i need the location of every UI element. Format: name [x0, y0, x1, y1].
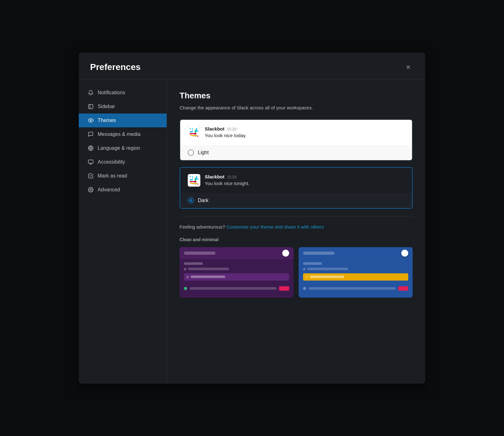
- bell-icon: [88, 90, 94, 96]
- light-bot-time: 15:20: [227, 127, 237, 131]
- light-theme-message: Slackbot 15:20 You look nice today.: [188, 126, 404, 139]
- sidebar-item-language-region-label: Language & region: [98, 145, 140, 151]
- light-bot-message: You look nice today.: [205, 133, 247, 138]
- svg-point-8: [90, 189, 92, 190]
- preset-blue-row1: [303, 262, 408, 265]
- modal-title: Preferences: [90, 62, 140, 72]
- preset-purple-row1: [184, 262, 289, 265]
- modal-header: Preferences ×: [79, 53, 425, 79]
- sidebar-item-messages-media[interactable]: Messages & media: [79, 127, 167, 141]
- dark-theme-radio[interactable]: [188, 197, 194, 204]
- slackbot-avatar-light: [188, 126, 200, 139]
- theme-presets-grid: # #: [180, 247, 413, 298]
- accessibility-icon: [88, 159, 94, 165]
- preset-purple-header-bar: [184, 252, 215, 255]
- svg-point-13: [190, 134, 191, 136]
- preset-blue-footer: [299, 284, 413, 293]
- light-msg-header: Slackbot 15:20: [205, 126, 247, 131]
- light-theme-preview: Slackbot 15:20 You look nice today.: [180, 120, 412, 145]
- svg-point-12: [197, 136, 198, 137]
- sidebar-item-sidebar-label: Sidebar: [98, 104, 115, 109]
- preset-purple-row2: #: [184, 267, 289, 271]
- svg-point-18: [190, 182, 191, 183]
- sidebar-item-accessibility-label: Accessibility: [98, 159, 125, 165]
- dark-msg-header: Slackbot 15:20: [205, 174, 249, 179]
- sidebar-item-mark-as-read[interactable]: Mark as read: [79, 169, 167, 183]
- light-bot-name: Slackbot: [205, 126, 225, 131]
- adventurous-prefix: Feeling adventurous?: [180, 224, 225, 230]
- preset-blue-footer-bar: [309, 287, 396, 290]
- sidebar-item-advanced[interactable]: Advanced: [79, 183, 167, 197]
- svg-rect-9: [188, 126, 200, 139]
- dark-theme-radio-row[interactable]: Dark: [180, 193, 412, 208]
- sidebar-item-notifications-label: Notifications: [98, 90, 125, 96]
- messages-icon: [88, 131, 94, 137]
- dark-bot-name: Slackbot: [205, 174, 225, 179]
- preset-purple-footer: [180, 284, 294, 293]
- preferences-modal: Preferences × Notifications: [79, 53, 425, 384]
- modal-body: Notifications Sidebar: [79, 79, 425, 384]
- light-theme-radio-row[interactable]: Light: [180, 145, 412, 160]
- mark-read-icon: [88, 173, 94, 179]
- light-theme-label: Light: [198, 150, 209, 155]
- preset-purple-footer-bar: [190, 287, 277, 290]
- preset-blue-dot-gray: [303, 287, 306, 290]
- preset-blue-active-row: #: [303, 273, 408, 281]
- sidebar-item-sidebar[interactable]: Sidebar: [79, 100, 167, 113]
- dark-theme-label: Dark: [198, 198, 209, 203]
- customise-theme-link[interactable]: Customise your theme and share it with o…: [226, 224, 324, 230]
- close-button[interactable]: ×: [403, 61, 414, 73]
- sidebar-item-mark-as-read-label: Mark as read: [98, 173, 127, 179]
- svg-point-17: [197, 183, 198, 185]
- preset-purple-radio: [282, 250, 289, 257]
- dark-theme-preview: Slackbot 15:20 You look nice tonight.: [180, 168, 412, 193]
- sidebar-item-messages-media-label: Messages & media: [98, 131, 140, 137]
- gear-icon: [88, 187, 94, 193]
- section-desc: Change the appearance of Slack across al…: [180, 105, 413, 110]
- preset-blue[interactable]: # #: [299, 247, 413, 298]
- preset-purple-btn-red: [279, 286, 289, 291]
- section-title: Themes: [180, 91, 413, 101]
- svg-rect-14: [188, 174, 200, 187]
- presets-label: Clean and minimal: [180, 237, 413, 242]
- svg-point-10: [190, 128, 191, 129]
- svg-rect-0: [89, 104, 93, 109]
- svg-point-2: [90, 119, 92, 121]
- globe-icon: [88, 145, 94, 151]
- divider: [180, 216, 413, 217]
- sidebar-item-advanced-label: Advanced: [98, 187, 120, 193]
- dark-theme-message: Slackbot 15:20 You look nice tonight.: [188, 174, 404, 187]
- sidebar-icon: [88, 103, 94, 110]
- preset-purple-dot-green: [184, 287, 187, 290]
- preset-blue-radio: [401, 250, 408, 257]
- light-msg-content: Slackbot 15:20 You look nice today.: [205, 126, 247, 138]
- preset-blue-row2: #: [303, 267, 408, 271]
- preset-purple-active-row: #: [184, 273, 289, 281]
- svg-point-15: [190, 176, 191, 177]
- sidebar-item-notifications[interactable]: Notifications: [79, 86, 167, 100]
- preset-blue-header-bar: [303, 252, 335, 255]
- slackbot-avatar-dark: [188, 174, 200, 187]
- preset-purple-body: # #: [180, 259, 294, 284]
- svg-rect-5: [89, 160, 93, 163]
- sidebar-nav: Notifications Sidebar: [79, 79, 167, 384]
- dark-bot-message: You look nice tonight.: [205, 181, 249, 186]
- preset-purple-header: [180, 247, 294, 259]
- sidebar-item-accessibility[interactable]: Accessibility: [79, 155, 167, 169]
- preset-blue-body: # #: [299, 259, 413, 284]
- main-content: Themes Change the appearance of Slack ac…: [167, 79, 425, 384]
- sidebar-item-themes-label: Themes: [98, 118, 116, 123]
- dark-bot-time: 15:20: [227, 175, 237, 179]
- preset-blue-btn-red: [398, 286, 408, 291]
- light-theme-radio[interactable]: [188, 149, 194, 156]
- dark-theme-option[interactable]: Slackbot 15:20 You look nice tonight. Da…: [180, 167, 413, 209]
- sidebar-item-language-region[interactable]: Language & region: [79, 141, 167, 155]
- eye-icon: [88, 117, 94, 124]
- light-theme-option[interactable]: Slackbot 15:20 You look nice today. Ligh…: [180, 119, 413, 161]
- sidebar-item-themes[interactable]: Themes: [79, 113, 167, 127]
- preset-blue-header: [299, 247, 413, 259]
- dark-msg-content: Slackbot 15:20 You look nice tonight.: [205, 174, 249, 186]
- preset-purple[interactable]: # #: [180, 247, 294, 298]
- adventurous-text: Feeling adventurous? Customise your them…: [180, 224, 413, 230]
